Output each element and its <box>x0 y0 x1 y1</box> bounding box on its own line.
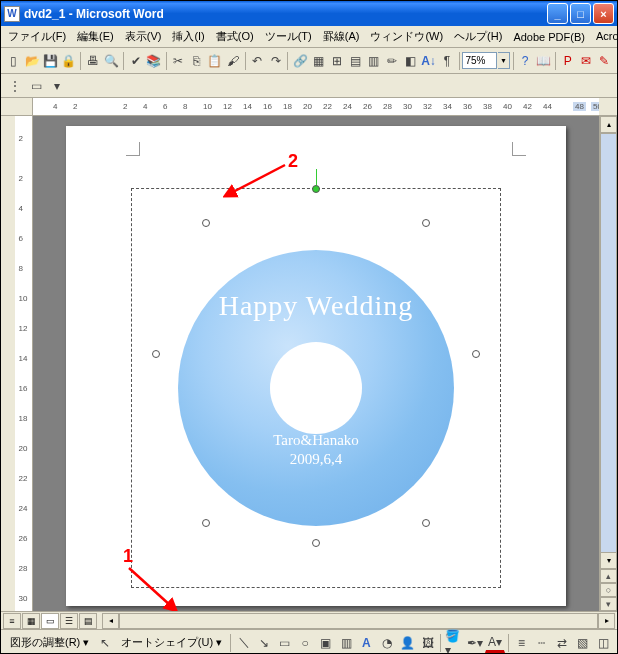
menu-insert[interactable]: 挿入(I) <box>167 27 209 46</box>
dash-style-icon[interactable]: ┄ <box>532 633 551 653</box>
shadow-icon[interactable]: ▧ <box>573 633 592 653</box>
print-icon[interactable]: 🖶 <box>84 51 101 71</box>
view-print-icon[interactable]: ▭ <box>41 613 59 629</box>
scroll-down-icon[interactable]: ▾ <box>600 552 617 569</box>
pdf-mail-icon[interactable]: ✉ <box>577 51 594 71</box>
disc-shape[interactable]: Happy Wedding Taro&Hanako 2009,6,4 <box>178 250 454 526</box>
line-style-icon[interactable]: ≡ <box>512 633 531 653</box>
menu-adobe-pdf[interactable]: Adobe PDF(B) <box>508 29 590 45</box>
oval-icon[interactable]: ○ <box>295 633 314 653</box>
excel-icon[interactable]: ▤ <box>346 51 363 71</box>
menu-help[interactable]: ヘルプ(H) <box>449 27 507 46</box>
browse-next-icon[interactable]: ▾ <box>600 597 617 611</box>
scroll-track[interactable] <box>600 133 617 552</box>
rotate-handle-icon[interactable] <box>316 169 317 185</box>
line-icon[interactable]: ＼ <box>234 633 253 653</box>
font-color-icon[interactable]: A▾ <box>485 633 504 653</box>
menu-window[interactable]: ウィンドウ(W) <box>365 27 448 46</box>
resize-handle[interactable] <box>202 519 210 527</box>
menu-format[interactable]: 書式(O) <box>211 27 259 46</box>
browse-prev-icon[interactable]: ▴ <box>600 569 617 583</box>
view-reading-icon[interactable]: ▤ <box>79 613 97 629</box>
menu-table[interactable]: 罫線(A) <box>318 27 365 46</box>
show-marks-icon[interactable]: A↓ <box>420 51 437 71</box>
scroll-right-icon[interactable]: ▸ <box>598 613 615 629</box>
pdf-icon[interactable]: P <box>559 51 576 71</box>
drawing-icon[interactable]: ✏ <box>383 51 400 71</box>
scroll-thumb[interactable] <box>600 133 617 553</box>
read-icon[interactable]: 📖 <box>535 51 552 71</box>
textbox-icon[interactable]: ▣ <box>316 633 335 653</box>
wordart-icon[interactable]: A <box>357 633 376 653</box>
help-icon[interactable]: ? <box>517 51 534 71</box>
cut-icon[interactable]: ✂ <box>169 51 186 71</box>
tables-borders-icon[interactable]: ▦ <box>310 51 327 71</box>
scroll-up-icon[interactable]: ▴ <box>600 116 617 133</box>
menu-view[interactable]: 表示(V) <box>120 27 167 46</box>
ruler-h-scale[interactable]: 4 2 2 4 6 8 10 12 14 16 18 20 22 24 26 2… <box>33 98 599 115</box>
ruler-mark: 50 <box>591 102 599 111</box>
line-color-icon[interactable]: ✒▾ <box>465 633 484 653</box>
arrow-icon[interactable]: ↘ <box>255 633 274 653</box>
resize-handle[interactable] <box>472 350 480 358</box>
resize-handle[interactable] <box>152 350 160 358</box>
resize-handle[interactable] <box>422 219 430 227</box>
ruler-mark: 12 <box>19 324 28 333</box>
select-objects-icon[interactable]: ↖ <box>95 633 114 653</box>
spell-icon[interactable]: ✔ <box>127 51 144 71</box>
resize-handle[interactable] <box>312 539 320 547</box>
arrow-style-icon[interactable]: ⇄ <box>553 633 572 653</box>
close-button[interactable]: × <box>593 3 614 24</box>
ruler-v-scale[interactable]: 2 2 4 6 8 10 12 14 16 18 20 22 24 26 28 … <box>15 116 32 611</box>
document-area[interactable]: Happy Wedding Taro&Hanako 2009,6,4 2 1 <box>33 116 599 611</box>
resize-handle[interactable] <box>422 519 430 527</box>
doc-map-icon[interactable]: ◧ <box>401 51 418 71</box>
grip-icon[interactable]: ⋮ <box>5 76 25 96</box>
research-icon[interactable]: 📚 <box>145 51 162 71</box>
paste-icon[interactable]: 📋 <box>206 51 223 71</box>
diagram-icon[interactable]: ◔ <box>377 633 396 653</box>
3d-icon[interactable]: ◫ <box>593 633 612 653</box>
permission-icon[interactable]: 🔒 <box>60 51 77 71</box>
redo-icon[interactable]: ↷ <box>267 51 284 71</box>
preview-icon[interactable]: 🔍 <box>103 51 120 71</box>
misc-icon-2[interactable]: ▾ <box>47 76 67 96</box>
menu-tools[interactable]: ツール(T) <box>260 27 317 46</box>
minimize-button[interactable]: _ <box>547 3 568 24</box>
view-outline-icon[interactable]: ☰ <box>60 613 78 629</box>
paragraph-icon[interactable]: ¶ <box>438 51 455 71</box>
scroll-left-icon[interactable]: ◂ <box>102 613 119 629</box>
columns-icon[interactable]: ▥ <box>365 51 382 71</box>
open-icon[interactable]: 📂 <box>23 51 40 71</box>
vtextbox-icon[interactable]: ▥ <box>336 633 355 653</box>
menu-acrobat-comment[interactable]: Acrobat コメント(C) <box>591 27 618 46</box>
resize-handle[interactable] <box>202 219 210 227</box>
maximize-button[interactable]: □ <box>570 3 591 24</box>
fill-color-icon[interactable]: 🪣▾ <box>444 633 463 653</box>
pdf-review-icon[interactable]: ✎ <box>596 51 613 71</box>
new-doc-icon[interactable]: ▯ <box>5 51 22 71</box>
format-painter-icon[interactable]: 🖌 <box>225 51 242 71</box>
misc-icon-1[interactable]: ▭ <box>26 76 46 96</box>
zoom-dropdown-icon[interactable]: ▼ <box>498 52 509 69</box>
save-icon[interactable]: 💾 <box>42 51 59 71</box>
horizontal-scrollbar[interactable]: ◂ ▸ <box>102 613 615 629</box>
h-scroll-track[interactable] <box>119 613 598 629</box>
copy-icon[interactable]: ⎘ <box>188 51 205 71</box>
rectangle-icon[interactable]: ▭ <box>275 633 294 653</box>
menu-edit[interactable]: 編集(E) <box>72 27 119 46</box>
insert-table-icon[interactable]: ⊞ <box>328 51 345 71</box>
picture-icon[interactable]: 🖼 <box>418 633 437 653</box>
draw-adjust-menu[interactable]: 図形の調整(R) ▾ <box>5 632 94 653</box>
vertical-scrollbar[interactable]: ▴ ▾ ▴ ○ ▾ <box>599 116 617 611</box>
view-normal-icon[interactable]: ≡ <box>3 613 21 629</box>
autoshape-menu[interactable]: オートシェイプ(U) ▾ <box>116 632 227 653</box>
browse-object-icon[interactable]: ○ <box>600 583 617 597</box>
rotate-handle[interactable] <box>312 185 320 193</box>
zoom-field[interactable]: 75% <box>462 52 497 69</box>
view-web-icon[interactable]: ▦ <box>22 613 40 629</box>
menu-file[interactable]: ファイル(F) <box>3 27 71 46</box>
hyperlink-icon[interactable]: 🔗 <box>291 51 308 71</box>
clipart-icon[interactable]: 👤 <box>398 633 417 653</box>
undo-icon[interactable]: ↶ <box>249 51 266 71</box>
